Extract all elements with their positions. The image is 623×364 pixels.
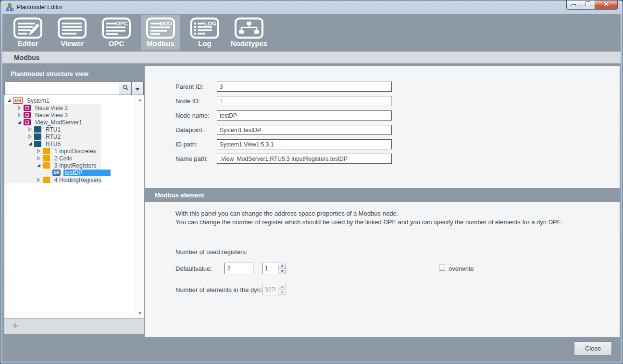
tree-row-label: 2 Coils xyxy=(53,155,74,162)
view-icon xyxy=(24,112,31,118)
modbus-element-title: Modbus element xyxy=(155,192,204,199)
form-label-parent-id-: Parent ID: xyxy=(175,83,204,90)
expander-icon[interactable] xyxy=(6,98,12,103)
tree-row-label: Neue View 2 xyxy=(34,105,69,111)
scroll-down-icon[interactable]: ▼ xyxy=(136,310,144,316)
form-label-id-path-: ID path: xyxy=(175,141,198,148)
tree-row-4-holdingregisers[interactable]: 4 HoldingRegisers xyxy=(4,176,144,183)
tree-row-label: View_ModServer1 xyxy=(34,119,84,126)
expander-icon[interactable] xyxy=(17,113,22,117)
form-input-id-path-[interactable] xyxy=(217,139,392,149)
svg-text:OPC: OPC xyxy=(116,21,128,26)
form-input-datapoint-[interactable] xyxy=(217,125,392,135)
window-title: Plantmodel Editor xyxy=(17,4,62,11)
node-properties-panel: Parent ID: Node ID: Node name: Datapoint… xyxy=(145,66,620,188)
toolbar-button-modbus[interactable]: MOD Modbus xyxy=(141,15,180,50)
modbus-element-header: Modbus element xyxy=(145,188,620,202)
tree-row-system1[interactable]: SYS System1 xyxy=(4,97,144,104)
form-label-datapoint-: Datapoint: xyxy=(175,126,204,133)
section-title: Modbus xyxy=(14,54,40,61)
overwrite-checkbox[interactable] xyxy=(439,265,445,271)
register-count-input[interactable] xyxy=(262,263,278,274)
form-input-name-path-[interactable] xyxy=(217,154,392,164)
close-button[interactable] xyxy=(595,0,618,10)
dp-badge-icon: DP xyxy=(52,170,61,176)
org-chart-icon xyxy=(6,3,13,11)
svg-text:LOG: LOG xyxy=(204,21,216,26)
tree-row-neue-view-3[interactable]: Neue View 3 xyxy=(4,111,144,119)
expander-icon xyxy=(46,170,51,175)
tree-row-label: 4 HoldingRegisers xyxy=(53,177,103,183)
toolbar-button-nodetypes[interactable]: Nodetypes xyxy=(229,15,269,50)
tree-scrollbar[interactable]: ▲ ▼ xyxy=(136,95,144,318)
close-icon xyxy=(602,0,610,9)
search-options-button[interactable] xyxy=(131,82,144,95)
register-icon xyxy=(43,148,50,154)
expander-icon[interactable] xyxy=(27,142,33,146)
dropdown-arrow-icon xyxy=(135,84,140,93)
used-registers-label: Number of used registers: xyxy=(175,248,248,255)
tree-row-label: Neue View 3 xyxy=(34,112,69,119)
defaultvalue-input[interactable] xyxy=(224,263,253,274)
close-button[interactable]: Close xyxy=(574,341,612,355)
stepper-up-icon[interactable] xyxy=(278,263,286,268)
form-row: ID path: xyxy=(175,139,620,150)
tree-row-view-modserver1[interactable]: View_ModServer1 xyxy=(4,119,144,126)
nodetypes-tree-icon xyxy=(234,17,264,39)
tree-row-testdp[interactable]: DP testDP xyxy=(4,169,144,176)
expander-icon[interactable] xyxy=(27,127,33,132)
form-input-parent-id-[interactable] xyxy=(217,82,392,92)
tree-row-neue-view-2[interactable]: Neue View 2 xyxy=(4,104,144,111)
expander-icon[interactable] xyxy=(17,120,22,124)
rtu-icon xyxy=(34,133,41,140)
dyn-elements-stepper xyxy=(262,284,286,295)
defaultvalue-label: Defaultvalue: xyxy=(175,265,212,272)
modbus-doc-icon: MOD xyxy=(146,17,175,39)
tree-row-rtu1[interactable]: RTU1 xyxy=(4,126,144,133)
view-icon xyxy=(24,105,31,111)
tree-row-rtu2[interactable]: RTU2 xyxy=(4,133,144,140)
tree-footer-bar: + xyxy=(4,318,144,334)
expander-icon[interactable] xyxy=(36,163,41,168)
form-input-node-name-[interactable] xyxy=(217,110,392,121)
stepper-up-icon xyxy=(278,284,286,290)
expander-icon[interactable] xyxy=(27,134,33,139)
toolbar-button-log[interactable]: LOG Log xyxy=(185,15,224,50)
toolbar-button-viewer[interactable]: Viewer xyxy=(52,15,92,50)
sys-badge-icon: SYS xyxy=(13,97,23,104)
titlebar[interactable]: Plantmodel Editor xyxy=(0,0,623,14)
toolbar-button-opc[interactable]: OPC OPC xyxy=(97,15,136,50)
register-icon xyxy=(43,162,50,169)
stepper-down-icon[interactable] xyxy=(278,268,286,274)
tree-row-label: RTU1 xyxy=(44,126,62,133)
form-label-node-name-: Node name: xyxy=(175,112,210,119)
expander-icon[interactable] xyxy=(17,106,22,110)
section-title-bar: Modbus xyxy=(2,52,621,63)
add-node-button[interactable]: + xyxy=(12,320,18,332)
expander-icon[interactable] xyxy=(36,149,41,153)
tree-row-3-inputregisters[interactable]: 3 InputRegisters xyxy=(4,162,144,169)
tree-row-label: 3 InputRegisters xyxy=(53,162,98,169)
tree-row-label: System1 xyxy=(25,97,51,104)
register-icon xyxy=(43,177,50,183)
overwrite-label: overwrite xyxy=(449,265,474,272)
search-input[interactable] xyxy=(4,82,119,95)
toolbar-button-editor[interactable]: Editor xyxy=(8,15,48,50)
scroll-up-icon[interactable]: ▲ xyxy=(136,97,144,103)
register-icon xyxy=(43,155,50,161)
form-row: Node ID: xyxy=(175,96,620,107)
tree-row-rtu5[interactable]: RTU5 xyxy=(4,140,144,147)
tree-row-label: 1 InputDiscretes xyxy=(53,148,98,155)
search-button[interactable] xyxy=(119,82,132,95)
minimize-icon xyxy=(571,0,577,9)
expander-icon[interactable] xyxy=(36,156,41,160)
maximize-button[interactable] xyxy=(581,0,595,10)
tree-row-2-coils[interactable]: 2 Coils xyxy=(4,155,144,162)
expander-icon[interactable] xyxy=(36,178,41,182)
tree-row-1-inputdiscretes[interactable]: 1 InputDiscretes xyxy=(4,147,144,155)
register-count-stepper xyxy=(262,263,286,274)
magnifier-icon xyxy=(122,84,129,93)
form-row: Name path: xyxy=(175,154,620,164)
minimize-button[interactable] xyxy=(566,0,581,10)
form-label-name-path-: Name path: xyxy=(175,155,208,162)
